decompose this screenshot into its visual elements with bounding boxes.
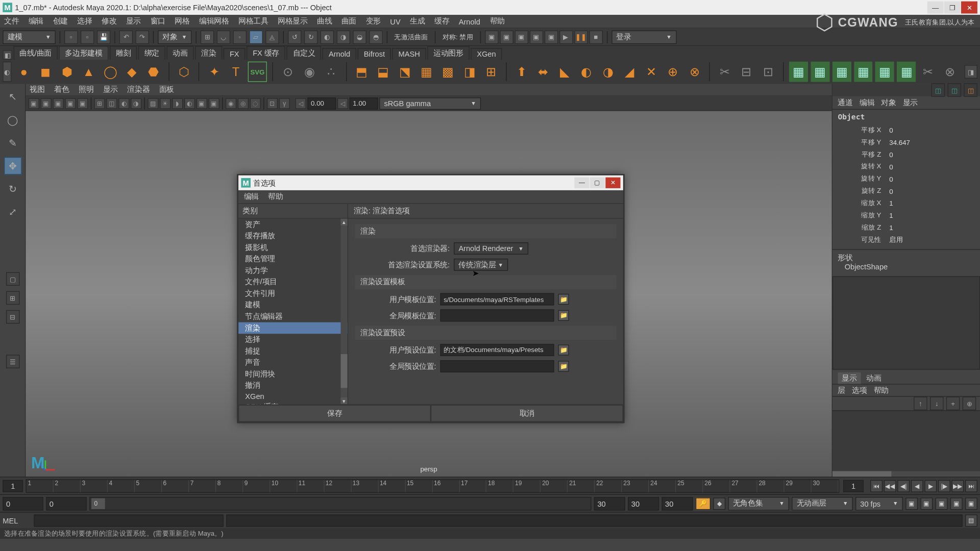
renderview-icon[interactable]: ▣: [529, 30, 543, 44]
vp-view[interactable]: 视图: [30, 85, 44, 95]
menu-surface[interactable]: 曲面: [341, 16, 356, 27]
shelf-options-icon[interactable]: ◧: [3, 50, 12, 60]
cat-gpucache[interactable]: GPU 缓存: [238, 401, 348, 405]
offset-edge-icon[interactable]: ⊡: [758, 62, 777, 82]
menu-uv[interactable]: UV: [390, 17, 400, 26]
vp-shadow-icon[interactable]: ◗: [172, 98, 183, 109]
vp-wireframe-icon[interactable]: ◫: [106, 98, 117, 109]
cat-render[interactable]: 渲染: [238, 322, 348, 334]
menu-mesh[interactable]: 网格: [175, 16, 189, 27]
ipr-icon[interactable]: ▣: [500, 30, 513, 44]
timeline-ruler[interactable]: 1234567891011121314151617181920212223242…: [26, 479, 839, 493]
uv-planar-icon[interactable]: ▦: [789, 62, 808, 82]
menu-generate[interactable]: 生成: [410, 16, 425, 27]
vp-gamma-icon[interactable]: γ: [279, 98, 290, 109]
shelf-tab-curves[interactable]: 曲线/曲面: [14, 46, 58, 60]
vp-gamma-field[interactable]: [350, 97, 378, 109]
current-frame-field[interactable]: 1: [3, 480, 23, 492]
hypershade-icon[interactable]: ▣: [544, 30, 558, 44]
shelf-tab-render[interactable]: 渲染: [195, 46, 222, 60]
shape-name[interactable]: ObjectShape: [845, 263, 975, 271]
vp-show[interactable]: 显示: [103, 85, 118, 95]
account-dropdown[interactable]: 登录▼: [611, 30, 676, 44]
cat-snap[interactable]: 捕捉: [238, 345, 348, 357]
play-end-field[interactable]: [594, 496, 625, 510]
menu-create[interactable]: 创建: [53, 16, 68, 27]
layer-list[interactable]: [832, 410, 980, 471]
uv-contour-icon[interactable]: ▦: [875, 62, 894, 82]
vp-bookmark-icon[interactable]: ▣: [41, 98, 52, 109]
svg-icon[interactable]: SVG: [248, 62, 267, 82]
layer-menu-help[interactable]: 帮助: [874, 385, 889, 395]
collapse-icon[interactable]: ◢: [620, 62, 639, 82]
cmd-lang-label[interactable]: MEL: [3, 516, 31, 524]
layout-single-icon[interactable]: ▢: [6, 272, 19, 286]
menu-curve[interactable]: 曲线: [317, 16, 332, 27]
paint-select-icon[interactable]: ✎: [4, 134, 21, 152]
shelf-tab-rig[interactable]: 绑定: [138, 46, 165, 60]
uv-editor-icon[interactable]: ▦: [897, 62, 916, 82]
shelf-tab-fx[interactable]: FX: [224, 48, 246, 60]
history-off-icon[interactable]: ↻: [304, 30, 318, 44]
insert-edge-icon[interactable]: ⊟: [737, 62, 756, 82]
vp-panels[interactable]: 面板: [159, 85, 174, 95]
cat-sound[interactable]: 声音: [238, 357, 348, 368]
vp-ao-icon[interactable]: ◐: [184, 98, 195, 109]
cat-dynamics[interactable]: 动力学: [238, 265, 348, 277]
cat-nodeedit[interactable]: 节点编辑器: [238, 311, 348, 322]
snap-point-icon[interactable]: ◦: [233, 30, 247, 44]
menu-file[interactable]: 文件: [4, 16, 19, 27]
vp-xrayjoint-icon[interactable]: ◌: [250, 98, 261, 109]
uv-spherical-icon[interactable]: ▦: [832, 62, 851, 82]
current-frame-field-right[interactable]: 1: [843, 480, 864, 492]
rotate-tool-icon[interactable]: ↻: [4, 180, 21, 198]
charset-dropdown[interactable]: 无角色集▼: [728, 496, 789, 510]
user-tpl-field[interactable]: [440, 293, 554, 306]
global-preset-field[interactable]: [440, 360, 554, 372]
menu-display[interactable]: 显示: [126, 16, 141, 27]
cat-fileref[interactable]: 文件引用: [238, 288, 348, 299]
cbx-icon2[interactable]: ◫: [947, 83, 961, 97]
goto-start-icon[interactable]: ⏮: [870, 480, 883, 492]
vp-isolate-icon[interactable]: ◉: [226, 98, 236, 109]
prev-key-icon[interactable]: ◀|: [897, 480, 910, 492]
sculpt-push-icon[interactable]: ◉: [300, 62, 319, 82]
construction-icon[interactable]: ◐: [321, 30, 334, 44]
anim-end-field[interactable]: [628, 496, 659, 510]
shelf-tab-anim[interactable]: 动画: [167, 46, 194, 60]
shelf-tab-arnold[interactable]: Arnold: [323, 48, 356, 60]
fill-hole-icon[interactable]: ◐: [577, 62, 596, 82]
select-tool-icon[interactable]: ↖: [4, 88, 21, 106]
poly-sphere-icon[interactable]: ●: [14, 62, 33, 82]
vp-tex-icon[interactable]: ▨: [148, 98, 158, 109]
bevel-icon[interactable]: ◣: [555, 62, 574, 82]
poly-type-icon[interactable]: T: [226, 62, 245, 82]
vp-light[interactable]: 照明: [79, 85, 93, 95]
range-icon2[interactable]: ▣: [920, 497, 933, 510]
save-scene-icon[interactable]: 💾: [97, 30, 111, 44]
undo-icon[interactable]: ↶: [119, 30, 133, 44]
layer-scrollbar[interactable]: [832, 471, 980, 477]
smooth-icon[interactable]: ▦: [417, 62, 436, 82]
layer-newsel-icon[interactable]: ⊕: [963, 397, 976, 411]
playblast-icon[interactable]: ▶: [559, 30, 573, 44]
animlayer-dropdown[interactable]: 无动画层▼: [792, 496, 852, 510]
category-scrollbar[interactable]: ▴ ▾: [340, 219, 347, 405]
mirror-icon[interactable]: ◨: [460, 62, 479, 82]
dialog-minimize-button[interactable]: —: [574, 178, 589, 188]
vp-film-icon[interactable]: ▣: [65, 98, 76, 109]
range-icon3[interactable]: ▣: [936, 497, 948, 510]
menu-arnold[interactable]: Arnold: [459, 17, 480, 26]
menu-edit[interactable]: 编辑: [29, 16, 43, 27]
menu-window[interactable]: 窗口: [151, 16, 165, 27]
dialog-titlebar[interactable]: M 首选项 — ▢ ✕: [238, 176, 623, 190]
autokey-icon[interactable]: 🔑: [696, 497, 710, 510]
user-preset-field[interactable]: [440, 344, 554, 356]
user-preset-browse-icon[interactable]: 📁: [558, 344, 569, 355]
cat-camera[interactable]: 摄影机: [238, 242, 348, 254]
shelf-tab-fxcache[interactable]: FX 缓存: [247, 46, 285, 60]
snap-live-icon[interactable]: ◬: [265, 30, 279, 44]
vp-gate-icon[interactable]: ▣: [77, 98, 88, 109]
category-list[interactable]: 资产 缓存播放 摄影机 颜色管理 动力学 文件/项目 文件引用 建模 节点编辑器…: [238, 219, 348, 405]
cat-xgen[interactable]: XGen: [238, 391, 348, 401]
